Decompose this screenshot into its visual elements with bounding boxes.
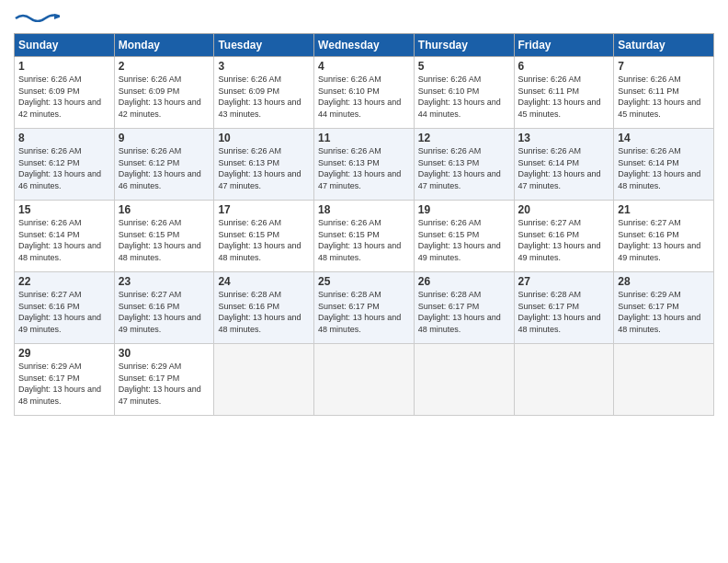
day-number: 26 <box>418 275 510 288</box>
calendar-week-4: 22 Sunrise: 6:27 AMSunset: 6:16 PMDaylig… <box>15 272 714 344</box>
calendar-cell: 27 Sunrise: 6:28 AMSunset: 6:17 PMDaylig… <box>514 272 614 344</box>
day-info: Sunrise: 6:26 AMSunset: 6:12 PMDaylight:… <box>119 145 210 191</box>
logo <box>14 9 60 26</box>
day-info: Sunrise: 6:26 AMSunset: 6:14 PMDaylight:… <box>18 217 110 263</box>
day-info: Sunrise: 6:26 AMSunset: 6:11 PMDaylight:… <box>518 74 610 120</box>
calendar-cell: 9 Sunrise: 6:26 AMSunset: 6:12 PMDayligh… <box>114 129 214 201</box>
calendar-cell: 6 Sunrise: 6:26 AMSunset: 6:11 PMDayligh… <box>514 57 614 129</box>
day-info: Sunrise: 6:27 AMSunset: 6:16 PMDaylight:… <box>119 289 210 335</box>
day-info: Sunrise: 6:29 AMSunset: 6:17 PMDaylight:… <box>119 361 210 407</box>
day-info: Sunrise: 6:26 AMSunset: 6:13 PMDaylight:… <box>218 145 310 191</box>
header <box>14 9 714 26</box>
calendar-week-1: 1 Sunrise: 6:26 AMSunset: 6:09 PMDayligh… <box>15 57 714 129</box>
calendar-cell: 16 Sunrise: 6:26 AMSunset: 6:15 PMDaylig… <box>114 201 214 272</box>
day-info: Sunrise: 6:29 AMSunset: 6:17 PMDaylight:… <box>618 289 710 335</box>
calendar-cell: 18 Sunrise: 6:26 AMSunset: 6:15 PMDaylig… <box>314 201 415 272</box>
col-thursday: Thursday <box>414 34 514 57</box>
calendar-cell: 10 Sunrise: 6:26 AMSunset: 6:13 PMDaylig… <box>214 129 314 201</box>
day-number: 8 <box>18 132 110 144</box>
calendar-cell: 17 Sunrise: 6:26 AMSunset: 6:15 PMDaylig… <box>214 201 314 272</box>
day-info: Sunrise: 6:26 AMSunset: 6:10 PMDaylight:… <box>418 74 510 120</box>
day-number: 30 <box>119 347 210 360</box>
day-number: 21 <box>618 203 710 216</box>
col-saturday: Saturday <box>614 34 714 57</box>
calendar-cell: 13 Sunrise: 6:26 AMSunset: 6:14 PMDaylig… <box>514 129 614 201</box>
day-info: Sunrise: 6:26 AMSunset: 6:09 PMDaylight:… <box>218 74 310 120</box>
header-row: Sunday Monday Tuesday Wednesday Thursday… <box>15 34 714 57</box>
calendar-week-3: 15 Sunrise: 6:26 AMSunset: 6:14 PMDaylig… <box>15 201 714 272</box>
day-number: 15 <box>18 203 110 216</box>
day-number: 19 <box>418 203 510 216</box>
day-info: Sunrise: 6:29 AMSunset: 6:17 PMDaylight:… <box>18 361 110 407</box>
day-number: 29 <box>18 347 110 360</box>
day-info: Sunrise: 6:26 AMSunset: 6:13 PMDaylight:… <box>418 145 510 191</box>
calendar-cell <box>314 344 415 416</box>
day-number: 25 <box>318 275 410 288</box>
calendar-cell: 19 Sunrise: 6:26 AMSunset: 6:15 PMDaylig… <box>414 201 514 272</box>
calendar-week-5: 29 Sunrise: 6:29 AMSunset: 6:17 PMDaylig… <box>15 344 714 416</box>
calendar-cell: 2 Sunrise: 6:26 AMSunset: 6:09 PMDayligh… <box>114 57 214 129</box>
calendar-cell: 7 Sunrise: 6:26 AMSunset: 6:11 PMDayligh… <box>614 57 714 129</box>
day-info: Sunrise: 6:27 AMSunset: 6:16 PMDaylight:… <box>18 289 110 335</box>
day-number: 17 <box>218 203 310 216</box>
day-info: Sunrise: 6:27 AMSunset: 6:16 PMDaylight:… <box>618 217 710 263</box>
day-info: Sunrise: 6:26 AMSunset: 6:09 PMDaylight:… <box>119 74 210 120</box>
calendar-week-2: 8 Sunrise: 6:26 AMSunset: 6:12 PMDayligh… <box>15 129 714 201</box>
calendar-cell: 11 Sunrise: 6:26 AMSunset: 6:13 PMDaylig… <box>314 129 415 201</box>
calendar-cell <box>614 344 714 416</box>
day-info: Sunrise: 6:26 AMSunset: 6:13 PMDaylight:… <box>318 145 410 191</box>
calendar-cell: 12 Sunrise: 6:26 AMSunset: 6:13 PMDaylig… <box>414 129 514 201</box>
calendar-cell: 24 Sunrise: 6:28 AMSunset: 6:16 PMDaylig… <box>214 272 314 344</box>
calendar-cell: 29 Sunrise: 6:29 AMSunset: 6:17 PMDaylig… <box>15 344 115 416</box>
calendar-cell: 14 Sunrise: 6:26 AMSunset: 6:14 PMDaylig… <box>614 129 714 201</box>
calendar-cell: 28 Sunrise: 6:29 AMSunset: 6:17 PMDaylig… <box>614 272 714 344</box>
calendar-cell: 3 Sunrise: 6:26 AMSunset: 6:09 PMDayligh… <box>214 57 314 129</box>
day-number: 14 <box>618 132 710 144</box>
day-number: 10 <box>218 132 310 144</box>
col-wednesday: Wednesday <box>314 34 415 57</box>
calendar-cell: 26 Sunrise: 6:28 AMSunset: 6:17 PMDaylig… <box>414 272 514 344</box>
calendar-cell: 1 Sunrise: 6:26 AMSunset: 6:09 PMDayligh… <box>15 57 115 129</box>
day-info: Sunrise: 6:28 AMSunset: 6:17 PMDaylight:… <box>418 289 510 335</box>
day-info: Sunrise: 6:26 AMSunset: 6:09 PMDaylight:… <box>18 74 110 120</box>
page: Sunday Monday Tuesday Wednesday Thursday… <box>0 0 728 563</box>
day-number: 16 <box>119 203 210 216</box>
col-sunday: Sunday <box>15 34 115 57</box>
day-info: Sunrise: 6:26 AMSunset: 6:15 PMDaylight:… <box>418 217 510 263</box>
day-number: 20 <box>518 203 610 216</box>
day-number: 4 <box>318 60 410 73</box>
calendar-cell: 4 Sunrise: 6:26 AMSunset: 6:10 PMDayligh… <box>314 57 415 129</box>
day-number: 24 <box>218 275 310 288</box>
day-info: Sunrise: 6:26 AMSunset: 6:14 PMDaylight:… <box>518 145 610 191</box>
calendar-cell: 20 Sunrise: 6:27 AMSunset: 6:16 PMDaylig… <box>514 201 614 272</box>
day-info: Sunrise: 6:28 AMSunset: 6:16 PMDaylight:… <box>218 289 310 335</box>
calendar-cell: 25 Sunrise: 6:28 AMSunset: 6:17 PMDaylig… <box>314 272 415 344</box>
day-info: Sunrise: 6:26 AMSunset: 6:15 PMDaylight:… <box>119 217 210 263</box>
calendar-cell <box>414 344 514 416</box>
day-info: Sunrise: 6:26 AMSunset: 6:11 PMDaylight:… <box>618 74 710 120</box>
day-number: 23 <box>119 275 210 288</box>
calendar-cell: 5 Sunrise: 6:26 AMSunset: 6:10 PMDayligh… <box>414 57 514 129</box>
day-number: 27 <box>518 275 610 288</box>
day-number: 2 <box>119 60 210 73</box>
day-number: 3 <box>218 60 310 73</box>
day-number: 22 <box>18 275 110 288</box>
calendar-cell <box>514 344 614 416</box>
day-info: Sunrise: 6:26 AMSunset: 6:15 PMDaylight:… <box>318 217 410 263</box>
calendar-cell: 15 Sunrise: 6:26 AMSunset: 6:14 PMDaylig… <box>15 201 115 272</box>
col-friday: Friday <box>514 34 614 57</box>
calendar-cell: 8 Sunrise: 6:26 AMSunset: 6:12 PMDayligh… <box>15 129 115 201</box>
day-info: Sunrise: 6:28 AMSunset: 6:17 PMDaylight:… <box>318 289 410 335</box>
day-number: 13 <box>518 132 610 144</box>
day-info: Sunrise: 6:26 AMSunset: 6:12 PMDaylight:… <box>18 145 110 191</box>
day-info: Sunrise: 6:28 AMSunset: 6:17 PMDaylight:… <box>518 289 610 335</box>
day-info: Sunrise: 6:26 AMSunset: 6:10 PMDaylight:… <box>318 74 410 120</box>
day-number: 18 <box>318 203 410 216</box>
logo-icon <box>14 11 60 22</box>
day-number: 7 <box>618 60 710 73</box>
day-number: 11 <box>318 132 410 144</box>
day-number: 5 <box>418 60 510 73</box>
calendar: Sunday Monday Tuesday Wednesday Thursday… <box>14 33 714 416</box>
day-number: 12 <box>418 132 510 144</box>
day-info: Sunrise: 6:27 AMSunset: 6:16 PMDaylight:… <box>518 217 610 263</box>
